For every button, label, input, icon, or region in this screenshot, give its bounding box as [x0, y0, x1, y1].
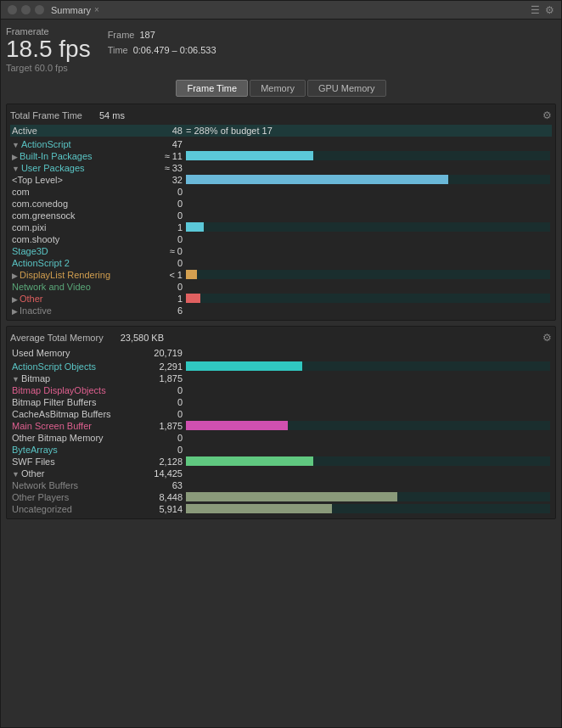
table-row: ▶DisplayList Rendering < 1: [10, 269, 552, 281]
table-row: Other Bitmap Memory 0: [10, 432, 552, 444]
menu-icon[interactable]: ☰: [531, 4, 540, 16]
tab-frame-time[interactable]: Frame Time: [176, 80, 248, 97]
table-row: Uncategorized 5,914: [10, 503, 552, 515]
row-label: Bitmap Filter Buffers: [10, 396, 146, 408]
frame-info: Frame 187 Time 0:06.479 – 0:06.533: [108, 26, 216, 58]
table-row: ▶Inactive 6: [10, 305, 552, 316]
table-row: ▼Bitmap 1,875: [10, 372, 552, 384]
row-value: ≈ 11: [146, 150, 184, 162]
row-value: 8,448: [146, 491, 184, 503]
row-bar: [184, 269, 552, 281]
title-bar-actions: ☰ ⚙: [531, 4, 554, 16]
maximize-button[interactable]: [35, 5, 44, 14]
row-value: 14,425: [146, 468, 184, 479]
row-bar: [184, 420, 552, 432]
row-label: ▼ActionScript: [10, 138, 146, 150]
row-value: 63: [146, 479, 184, 491]
table-row: com.pixi 1: [10, 221, 552, 233]
row-label: ▶DisplayList Rendering: [10, 269, 146, 281]
row-label: ByteArrays: [10, 444, 146, 456]
row-label: Network and Video: [10, 281, 146, 293]
row-label: Other Bitmap Memory: [10, 432, 146, 444]
row-bar: [184, 293, 552, 305]
row-value: 6: [146, 305, 184, 316]
tab-gpu-memory[interactable]: GPU Memory: [307, 80, 386, 97]
avg-total-memory-label: Average Total Memory: [10, 333, 104, 343]
close-button[interactable]: [8, 5, 17, 14]
table-row: com 0: [10, 186, 552, 198]
row-value: 5,914: [146, 503, 184, 515]
table-row: Network and Video 0: [10, 281, 552, 293]
settings-icon[interactable]: ⚙: [545, 4, 554, 16]
tab-close-icon[interactable]: ×: [94, 5, 99, 14]
row-bar: [184, 503, 552, 515]
row-bar: [184, 491, 552, 503]
row-label: ▶Built-In Packages: [10, 150, 146, 162]
table-row: com.greensock 0: [10, 210, 552, 221]
row-value: 2,128: [146, 456, 184, 468]
row-label: Main Screen Buffer: [10, 420, 146, 432]
used-memory-bar: [184, 347, 552, 359]
row-value: 32: [146, 174, 184, 186]
memory-table: ActionScript Objects 2,291 ▼Bitmap 1,875: [10, 361, 552, 515]
row-label: com.greensock: [10, 210, 146, 221]
active-value: 48: [146, 125, 184, 137]
row-bar: [184, 210, 552, 221]
row-bar: [184, 372, 552, 384]
row-label: Other Players: [10, 491, 146, 503]
row-bar: [184, 281, 552, 293]
row-bar: [184, 432, 552, 444]
frame-time-gear-icon[interactable]: ⚙: [542, 109, 552, 121]
row-value: 0: [146, 186, 184, 198]
frame-label: Frame: [108, 28, 135, 43]
traffic-lights: [8, 5, 44, 14]
row-value: 1,875: [146, 420, 184, 432]
table-row: ▼Other 14,425: [10, 468, 552, 479]
row-bar: [184, 221, 552, 233]
active-budget: = 288% of budget 17: [184, 125, 552, 137]
row-value: 0: [146, 396, 184, 408]
row-bar: [184, 174, 552, 186]
row-label: com.conedog: [10, 198, 146, 210]
row-bar: [184, 186, 552, 198]
main-content: Framerate 18.5 fps Target 60.0 fps Frame…: [1, 20, 561, 727]
memory-gear-icon[interactable]: ⚙: [542, 332, 552, 344]
row-label: ActionScript Objects: [10, 361, 146, 372]
row-label: Bitmap DisplayObjects: [10, 384, 146, 396]
row-bar: [184, 456, 552, 468]
table-row: ActionScript Objects 2,291: [10, 361, 552, 372]
active-row-table: Active 48 = 288% of budget 17: [10, 125, 552, 137]
row-label: ▶Other: [10, 293, 146, 305]
row-bar: [184, 257, 552, 269]
total-frame-time-value: 54 ms: [99, 110, 125, 120]
minimize-button[interactable]: [21, 5, 31, 14]
row-bar: [184, 408, 552, 420]
memory-header: Average Total Memory 23,580 KB ⚙: [10, 330, 552, 345]
table-row: ActionScript 2 0: [10, 257, 552, 269]
table-row: <Top Level> 32: [10, 174, 552, 186]
row-value: ≈ 33: [146, 162, 184, 174]
framerate-section: Framerate 18.5 fps Target 60.0 fps Frame…: [6, 26, 556, 73]
tabs-row: Frame Time Memory GPU Memory: [6, 80, 556, 97]
row-bar: [184, 305, 552, 316]
table-row: ▶Built-In Packages ≈ 11: [10, 150, 552, 162]
table-row: ▼User Packages ≈ 33: [10, 162, 552, 174]
table-row: ByteArrays 0: [10, 444, 552, 456]
frame-time-section: Total Frame Time 54 ms ⚙ Active 48 = 288…: [6, 104, 556, 321]
row-label: SWF Files: [10, 456, 146, 468]
row-value: 0: [146, 210, 184, 221]
used-memory-label: Used Memory: [10, 347, 146, 359]
table-row: ▶Other 1: [10, 293, 552, 305]
row-bar: [184, 198, 552, 210]
table-row: com.conedog 0: [10, 198, 552, 210]
row-label: Uncategorized: [10, 503, 146, 515]
fps-display: Framerate 18.5 fps Target 60.0 fps: [6, 26, 91, 73]
tab-summary[interactable]: Summary ×: [51, 5, 99, 15]
used-memory-row: Used Memory 20,719: [10, 347, 552, 359]
row-value: 0: [146, 281, 184, 293]
row-value: 0: [146, 198, 184, 210]
tab-memory[interactable]: Memory: [250, 80, 306, 97]
frame-time-header: Total Frame Time 54 ms ⚙: [10, 108, 552, 123]
row-label: ▼Other: [10, 468, 146, 479]
fps-value: 18.5 fps: [6, 36, 91, 63]
